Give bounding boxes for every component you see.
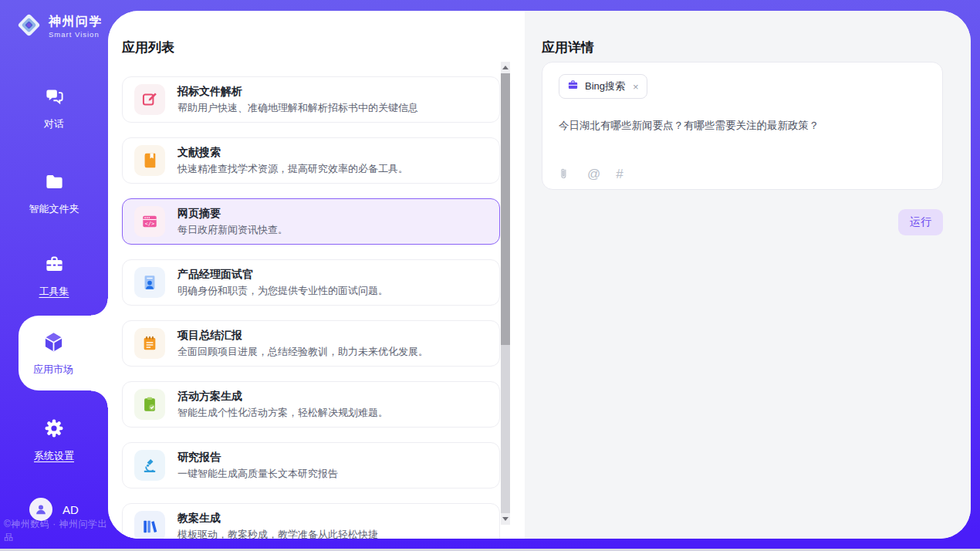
- tool-tag-bing-search[interactable]: Bing搜索 ×: [559, 74, 647, 99]
- sidebar-item-app-market[interactable]: 应用市场: [19, 316, 108, 390]
- sidebar-item-chat[interactable]: 对话: [0, 86, 108, 131]
- scrollbar-thumb[interactable]: [501, 73, 510, 345]
- briefcase-icon: [567, 79, 579, 94]
- mention-icon[interactable]: @: [587, 167, 600, 182]
- app-description: 帮助用户快速、准确地理解和解析招标书中的关键信息: [177, 103, 418, 114]
- app-logo: 神州问学 Smart Vision: [15, 11, 103, 42]
- app-card-literature-search[interactable]: 文献搜索 快速精准查找学术资源，提高研究效率的必备工具。: [122, 137, 500, 184]
- sidebar-item-label: 对话: [44, 117, 64, 131]
- app-card-webpage-summary[interactable]: </> 网页摘要 每日政府新闻资讯快查。: [122, 198, 500, 245]
- app-detail-panel: 应用详情 Bing搜索 × 今日湖北有哪些新闻要点？有哪些需要关注的最新政策？: [525, 11, 971, 539]
- prompt-text[interactable]: 今日湖北有哪些新闻要点？有哪些需要关注的最新政策？: [559, 119, 926, 133]
- interviewer-icon: [134, 267, 165, 298]
- microscope-icon: [134, 450, 165, 481]
- app-name: 产品经理面试官: [177, 268, 388, 280]
- brand-title: 神州问学: [49, 15, 103, 29]
- toolbox-icon: [44, 254, 65, 278]
- brand-diamond-icon: [15, 11, 43, 42]
- user-initials: AD: [63, 503, 79, 516]
- run-row: 运行: [542, 209, 943, 235]
- sidebar-item-settings[interactable]: 系统设置: [0, 417, 108, 463]
- sidebar-item-label: 系统设置: [34, 449, 74, 463]
- chat-icon: [44, 86, 65, 110]
- app-card-event-plan[interactable]: 活动方案生成 智能生成个性化活动方案，轻松解决规划难题。: [122, 381, 500, 428]
- app-description: 模板驱动，教案秒成，教学准备从此轻松快捷: [177, 529, 378, 539]
- app-name: 招标文件解析: [177, 85, 418, 97]
- app-name: 活动方案生成: [177, 390, 388, 402]
- sidebar-item-label: 智能文件夹: [29, 202, 79, 216]
- scroll-down-button[interactable]: [501, 513, 510, 525]
- sidebar-item-label: 工具集: [39, 285, 69, 299]
- app-name: 项目总结汇报: [177, 329, 428, 341]
- scroll-up-button[interactable]: [501, 62, 510, 73]
- app-description: 智能生成个性化活动方案，轻松解决规划难题。: [177, 407, 388, 419]
- hash-icon[interactable]: #: [616, 167, 623, 182]
- prompt-toolbar: @ #: [559, 167, 926, 182]
- folder-icon: [44, 171, 65, 195]
- list-scrollbar[interactable]: [501, 62, 510, 525]
- app-description: 一键智能生成高质量长文本研究报告: [177, 468, 338, 480]
- webpage-code-icon: </>: [134, 206, 165, 237]
- clipboard-check-icon: [134, 389, 165, 420]
- book-icon: [134, 145, 165, 176]
- brand-subtitle: Smart Vision: [49, 30, 103, 39]
- sidebar-item-label: 应用市场: [33, 363, 73, 377]
- app-name: 研究报告: [177, 451, 338, 463]
- app-card-bid-parsing[interactable]: 招标文件解析 帮助用户快速、准确地理解和解析招标书中的关键信息: [122, 76, 500, 123]
- gear-icon: [43, 417, 65, 442]
- content-area: 应用列表 招标文件解析 帮助用户快速、准确地理解和解析招标书中的关键信息: [108, 11, 971, 539]
- app-name: 文献搜索: [177, 146, 408, 158]
- edit-document-icon: [134, 84, 165, 115]
- books-icon: [134, 511, 165, 539]
- attachment-icon[interactable]: [559, 167, 572, 181]
- app-description: 快速精准查找学术资源，提高研究效率的必备工具。: [177, 164, 408, 175]
- app-card-lesson-plan[interactable]: 教案生成 模板驱动，教案秒成，教学准备从此轻松快捷: [122, 503, 500, 539]
- sidebar-item-smart-folder[interactable]: 智能文件夹: [0, 171, 108, 216]
- copyright-text: ©神州数码 · 神州问学出品: [4, 518, 112, 544]
- sidebar-item-toolset[interactable]: 工具集: [0, 254, 108, 299]
- app-description: 明确身份和职责，为您提供专业性的面试问题。: [177, 286, 388, 297]
- notepad-icon: [134, 328, 165, 359]
- app-description: 全面回顾项目进展，总结经验教训，助力未来优化发展。: [177, 346, 428, 358]
- app-card-pm-interviewer[interactable]: 产品经理面试官 明确身份和职责，为您提供专业性的面试问题。: [122, 259, 500, 306]
- app-name: 教案生成: [177, 512, 378, 524]
- app-card-research-report[interactable]: 研究报告 一键智能生成高质量长文本研究报告: [122, 442, 500, 488]
- app-card-list: 招标文件解析 帮助用户快速、准确地理解和解析招标书中的关键信息 文献搜索 快速精…: [122, 76, 500, 539]
- run-button[interactable]: 运行: [898, 209, 943, 235]
- app-name: 网页摘要: [177, 207, 288, 219]
- svg-text:</>: </>: [145, 221, 154, 227]
- app-description: 每日政府新闻资讯快查。: [177, 225, 288, 236]
- app-card-project-report[interactable]: 项目总结汇报 全面回顾项目进展，总结经验教训，助力未来优化发展。: [122, 320, 500, 367]
- triangle-down-icon: [502, 517, 509, 521]
- app-list-title: 应用列表: [122, 39, 174, 56]
- app-list-panel: 应用列表 招标文件解析 帮助用户快速、准确地理解和解析招标书中的关键信息: [108, 11, 525, 539]
- close-icon[interactable]: ×: [633, 81, 639, 93]
- triangle-up-icon: [502, 66, 509, 69]
- cube-icon: [42, 330, 66, 357]
- prompt-card: Bing搜索 × 今日湖北有哪些新闻要点？有哪些需要关注的最新政策？ @ #: [542, 62, 943, 190]
- tool-tag-label: Bing搜索: [585, 79, 625, 93]
- sidebar: 神州问学 Smart Vision 对话 智能文件夹: [0, 0, 108, 551]
- app-detail-title: 应用详情: [542, 39, 594, 56]
